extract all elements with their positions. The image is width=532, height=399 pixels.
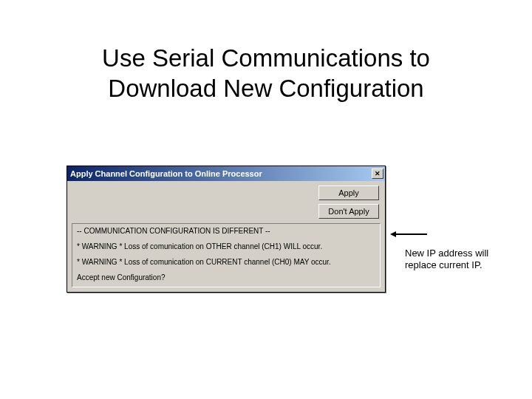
dialog-frame: Apply Channel Configuration to Online Pr… [66,166,386,293]
close-icon: ✕ [375,171,381,177]
apply-button[interactable]: Apply [318,185,379,200]
close-button[interactable]: ✕ [372,168,383,179]
msg-line-prompt: Accept new Configuration? [77,273,375,282]
arrow-head-icon [390,231,396,237]
msg-line-warning2: * WARNING * Loss of comunication on CURR… [77,258,375,267]
dialog-window: Apply Channel Configuration to Online Pr… [66,166,386,293]
msg-line-header: -- COMMUNICATION CONFIGURATION IS DIFFER… [77,227,375,236]
annotation-line2: replace current IP. [405,259,482,270]
title-line2: Download New Configuration [108,75,423,102]
slide-title: Use Serial Communications to Download Ne… [0,0,532,104]
message-panel: -- COMMUNICATION CONFIGURATION IS DIFFER… [72,223,381,287]
dialog-button-row: Apply Don't Apply [67,181,385,223]
arrow-line [395,233,427,235]
title-line1: Use Serial Communications to [102,44,430,72]
annotation-line1: New IP address will [405,248,488,259]
dialog-titlebar: Apply Channel Configuration to Online Pr… [67,166,385,181]
annotation-text: New IP address will replace current IP. [405,248,516,270]
dont-apply-button[interactable]: Don't Apply [318,204,379,219]
msg-line-warning1: * WARNING * Loss of comunication on OTHE… [77,242,375,251]
annotation-arrow [390,231,427,237]
dialog-title: Apply Channel Configuration to Online Pr… [70,169,262,178]
